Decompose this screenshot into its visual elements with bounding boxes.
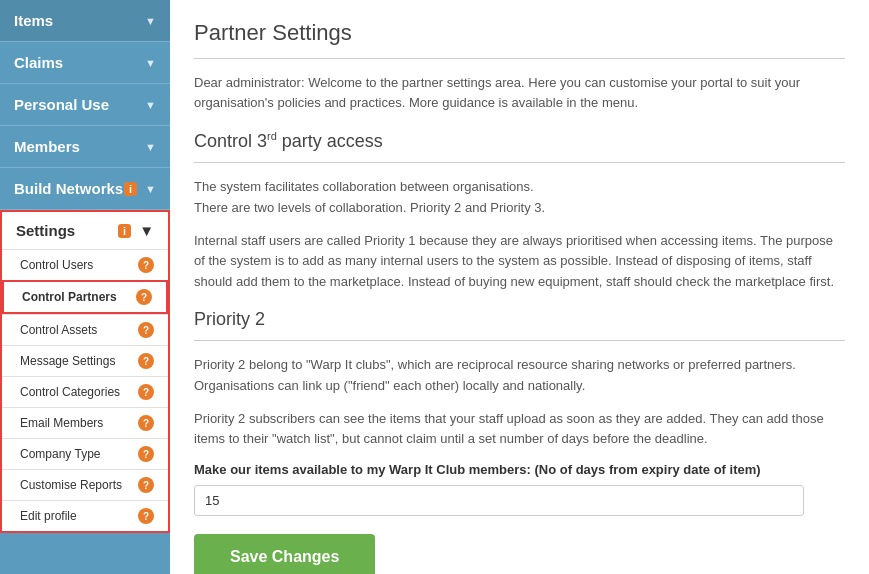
- sidebar-subitem-customise-reports[interactable]: Customise Reports ?: [2, 469, 168, 500]
- section1-title: Control 3rd party access: [194, 130, 845, 152]
- section1-sup: rd: [267, 130, 277, 142]
- help-icon: ?: [138, 446, 154, 462]
- sidebar-item-personal-use-label: Personal Use: [14, 96, 109, 113]
- page-title: Partner Settings: [194, 20, 845, 46]
- sidebar-subitem-message-settings-label: Message Settings: [20, 354, 115, 368]
- sidebar-subitem-email-members-label: Email Members: [20, 416, 103, 430]
- divider: [194, 58, 845, 59]
- sidebar-section-items: Items ▼: [0, 0, 170, 42]
- divider3: [194, 340, 845, 341]
- sidebar-item-claims-label: Claims: [14, 54, 63, 71]
- sidebar-subitem-customise-reports-label: Customise Reports: [20, 478, 122, 492]
- chevron-down-icon: ▼: [145, 141, 156, 153]
- sidebar-item-claims[interactable]: Claims ▼: [0, 42, 170, 83]
- divider2: [194, 162, 845, 163]
- sidebar-subitem-control-assets[interactable]: Control Assets ?: [2, 314, 168, 345]
- sidebar-section-members: Members ▼: [0, 126, 170, 168]
- help-icon: ?: [138, 384, 154, 400]
- save-button[interactable]: Save Changes: [194, 534, 375, 574]
- priority2-title: Priority 2: [194, 309, 845, 330]
- sidebar-subitem-company-type[interactable]: Company Type ?: [2, 438, 168, 469]
- chevron-down-icon: ▼: [145, 15, 156, 27]
- help-icon: ?: [138, 415, 154, 431]
- sidebar-item-build-networks[interactable]: Build Networks i ▼: [0, 168, 170, 209]
- sidebar-item-settings[interactable]: Settings i ▼: [2, 212, 168, 249]
- sidebar-item-members[interactable]: Members ▼: [0, 126, 170, 167]
- sidebar-subitem-edit-profile[interactable]: Edit profile ?: [2, 500, 168, 531]
- help-icon: ?: [138, 257, 154, 273]
- intro-text: Dear administrator: Welcome to the partn…: [194, 73, 845, 112]
- help-icon: ?: [138, 322, 154, 338]
- days-input[interactable]: [194, 485, 804, 516]
- sidebar-section-claims: Claims ▼: [0, 42, 170, 84]
- sidebar-subitem-message-settings[interactable]: Message Settings ?: [2, 345, 168, 376]
- sidebar-section-personal-use: Personal Use ▼: [0, 84, 170, 126]
- chevron-down-icon: ▼: [139, 222, 154, 239]
- sidebar-section-settings: Settings i ▼ Control Users ? Control Par…: [0, 210, 170, 533]
- chevron-down-icon: ▼: [145, 183, 156, 195]
- sidebar-subitem-edit-profile-label: Edit profile: [20, 509, 77, 523]
- section1-title-text: Control 3: [194, 131, 267, 151]
- sidebar-subitem-company-type-label: Company Type: [20, 447, 101, 461]
- sidebar-subitem-control-users[interactable]: Control Users ?: [2, 249, 168, 280]
- sidebar-item-items-label: Items: [14, 12, 53, 29]
- sidebar-item-build-networks-label: Build Networks: [14, 180, 123, 197]
- chevron-down-icon: ▼: [145, 99, 156, 111]
- help-icon: ?: [138, 477, 154, 493]
- section1-body3: Internal staff users are called Priority…: [194, 231, 845, 293]
- section1-title-text2: party access: [277, 131, 383, 151]
- section1-body1: The system facilitates collaboration bet…: [194, 177, 845, 219]
- sidebar-subitem-control-assets-label: Control Assets: [20, 323, 97, 337]
- field-label: Make our items available to my Warp It C…: [194, 462, 845, 477]
- priority2-body2: Priority 2 subscribers can see the items…: [194, 409, 845, 451]
- sidebar-subitem-control-partners-label: Control Partners: [22, 290, 117, 304]
- sidebar-item-settings-label: Settings: [16, 222, 75, 239]
- info-badge-icon: i: [124, 182, 137, 196]
- priority2-body1: Priority 2 belong to "Warp It clubs", wh…: [194, 355, 845, 397]
- sidebar-item-personal-use[interactable]: Personal Use ▼: [0, 84, 170, 125]
- sidebar-section-build-networks: Build Networks i ▼: [0, 168, 170, 210]
- help-icon: ?: [138, 353, 154, 369]
- help-icon: ?: [138, 508, 154, 524]
- sidebar-subitem-control-users-label: Control Users: [20, 258, 93, 272]
- chevron-down-icon: ▼: [145, 57, 156, 69]
- sidebar-subitem-control-categories[interactable]: Control Categories ?: [2, 376, 168, 407]
- sidebar: Items ▼ Claims ▼ Personal Use ▼ Members …: [0, 0, 170, 574]
- sidebar-item-members-label: Members: [14, 138, 80, 155]
- help-icon: ?: [136, 289, 152, 305]
- sidebar-item-items[interactable]: Items ▼: [0, 0, 170, 41]
- sidebar-subitem-control-categories-label: Control Categories: [20, 385, 120, 399]
- sidebar-subitem-email-members[interactable]: Email Members ?: [2, 407, 168, 438]
- info-badge-settings-icon: i: [118, 224, 131, 238]
- main-content: Partner Settings Dear administrator: Wel…: [170, 0, 869, 574]
- sidebar-subitem-control-partners[interactable]: Control Partners ?: [2, 280, 168, 314]
